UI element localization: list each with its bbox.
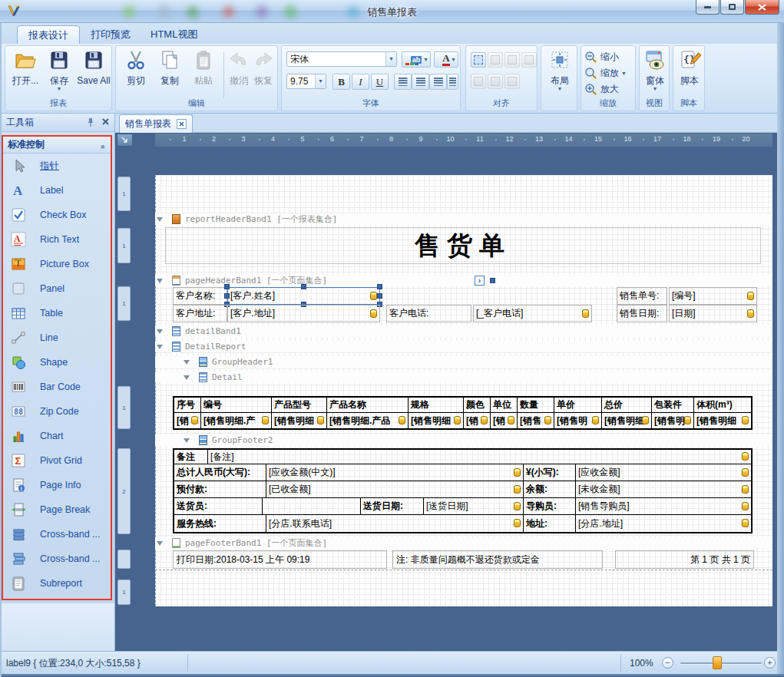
toolbox-item-panel[interactable]: Panel <box>3 276 111 301</box>
save-all-button[interactable]: Save All <box>76 48 111 104</box>
toolbox-item-table[interactable]: Table <box>3 301 111 325</box>
save-button[interactable]: 保存 ▼ <box>44 48 74 104</box>
customer-address-label[interactable]: 客户地址: <box>173 305 227 322</box>
hotline-value-cell[interactable]: [分店.联系电话] <box>266 515 524 532</box>
band-collapse-triangle-icon[interactable] <box>157 217 163 222</box>
detail-header-cell-9[interactable]: 总价 <box>602 398 652 412</box>
detail-value-cell-9[interactable]: [销售明细 <box>602 413 652 428</box>
align-center-button[interactable] <box>412 74 429 90</box>
detail-table[interactable]: 序号编号产品型号产品名称规格颜色单位数量单价总价包装件体积(m³)[销[销售明细… <box>173 396 753 430</box>
detail-header-cell-4[interactable]: 规格 <box>409 398 464 412</box>
address-value-cell[interactable]: [分店.地址] <box>576 515 751 532</box>
snap-to-grid-button[interactable] <box>471 52 486 68</box>
toolbox-close-icon[interactable] <box>101 117 110 126</box>
report-page[interactable]: reportHeaderBand1 [一个报表集合] 售货单 pageHeade… <box>155 175 772 606</box>
selection-handle[interactable] <box>301 284 306 289</box>
hotline-label-cell[interactable]: 服务热线: <box>174 515 266 532</box>
text-highlight-button[interactable]: ab ▼ <box>402 51 431 68</box>
detail-header-cell-6[interactable]: 单位 <box>491 398 518 412</box>
zoom-dropdown-button[interactable]: 缩放 ▼ <box>584 66 627 81</box>
detail-header-cell-3[interactable]: 产品名称 <box>327 398 409 412</box>
toolbox-item-label[interactable]: ALabel <box>3 178 111 203</box>
detail-value-cell-7[interactable]: [销售 <box>518 413 554 428</box>
band-group-header[interactable]: GroupHeader1 <box>155 356 772 368</box>
zoom-in-button[interactable]: 放大 <box>584 82 619 97</box>
page-info-label[interactable]: 第 1 页 共 1 页 <box>615 550 754 569</box>
detail-value-cell-4[interactable]: [销售明细 <box>409 413 464 428</box>
band-collapse-triangle-icon[interactable] <box>157 279 163 283</box>
tab-html-view[interactable]: HTML视图 <box>140 25 208 44</box>
bold-button[interactable]: B <box>332 74 350 90</box>
detail-value-cell-5[interactable]: [销 <box>464 413 491 428</box>
order-date-field[interactable]: [日期] <box>669 305 757 322</box>
italic-button[interactable]: I <box>352 74 369 90</box>
document-tab[interactable]: 销售单报表 <box>119 114 193 133</box>
note-label[interactable]: 注: 非质量问题概不退还货款或定金 <box>392 550 603 569</box>
zoom-out-slider-button[interactable]: − <box>662 657 673 669</box>
save-dropdown-arrow-icon[interactable]: ▼ <box>44 86 74 91</box>
toolbox-item-subreport[interactable]: Subreport <box>3 571 111 596</box>
layout-dropdown-arrow-icon[interactable]: ▼ <box>544 86 576 91</box>
guide-value-cell[interactable]: [销售导购员] <box>576 498 751 514</box>
maximize-button[interactable] <box>720 0 744 15</box>
customer-phone-label[interactable]: 客户电话: <box>386 305 471 322</box>
toolbox-item-picture-box[interactable]: Picture Box <box>3 252 111 276</box>
detail-header-cell-5[interactable]: 颜色 <box>464 398 491 412</box>
zoom-out-button[interactable]: 缩小 <box>584 50 619 64</box>
band-page-footer[interactable]: pageFooterBand1 [一个页面集合] <box>155 537 772 549</box>
toolbox-item-line[interactable]: Line <box>3 325 111 350</box>
pin-icon[interactable] <box>86 117 95 127</box>
detail-value-cell-10[interactable]: [销售明 <box>652 413 694 428</box>
band-detail-report[interactable]: DetailReport <box>155 341 772 352</box>
cut-button[interactable]: 剪切 <box>121 48 151 104</box>
customer-name-label[interactable]: 客户名称: <box>173 287 227 305</box>
detail-value-cell-0[interactable]: [销 <box>174 413 201 428</box>
balance-value-cell[interactable]: [未收金额] <box>576 481 751 497</box>
toolbox-item-page-break[interactable]: Page Break <box>3 497 111 522</box>
detail-header-cell-2[interactable]: 产品型号 <box>272 398 327 412</box>
toolbox-item-check-box[interactable]: Check Box <box>3 203 111 227</box>
detail-header-cell-0[interactable]: 序号 <box>174 398 201 412</box>
deliverer-label-cell[interactable]: 送货员: <box>174 498 263 514</box>
toolbox-item-zip-code[interactable]: 88Zip Code <box>3 399 111 424</box>
font-name-dropdown-icon[interactable]: ▼ <box>385 52 396 66</box>
tab-report-design[interactable]: 报表设计 <box>17 25 80 44</box>
detail-header-cell-11[interactable]: 体积(m³) <box>694 398 751 412</box>
report-title-label[interactable]: 售货单 <box>165 227 761 264</box>
align-left-button[interactable] <box>394 74 412 90</box>
band-collapse-triangle-icon[interactable] <box>184 438 190 443</box>
band-collapse-triangle-icon[interactable] <box>157 329 163 334</box>
zoom-slider-thumb[interactable] <box>713 656 722 669</box>
total-cn-label-cell[interactable]: 总计人民币(大写): <box>174 464 266 481</box>
total-num-value-cell[interactable]: [应收金额] <box>576 464 751 481</box>
form-dropdown-arrow-icon[interactable]: ▼ <box>641 86 669 91</box>
band-detail-inner[interactable]: Detail <box>155 372 772 383</box>
toolbox-section-standard-controls[interactable]: 标准控制 » <box>3 137 111 154</box>
prepaid-value-cell[interactable]: [已收金额] <box>266 481 524 497</box>
detail-value-cell-8[interactable]: [销售明 <box>554 413 602 428</box>
detail-value-cell-3[interactable]: [销售明细.产品 <box>327 413 409 428</box>
total-num-label-cell[interactable]: ¥(小写): <box>524 464 576 481</box>
order-no-label[interactable]: 销售单号: <box>617 287 667 305</box>
band-page-header[interactable]: pageHeaderBand1 [一个页面集合] <box>155 275 772 286</box>
band-detail[interactable]: detailBand1 <box>155 325 772 337</box>
align-justify-button[interactable] <box>447 74 458 90</box>
customer-address-field[interactable]: [客户.地址] <box>227 305 380 322</box>
selection-handle[interactable] <box>377 284 382 289</box>
font-name-combo[interactable]: 宋体 ▼ <box>286 51 397 67</box>
balance-label-cell[interactable]: 余额: <box>524 481 576 497</box>
delivery-date-value-cell[interactable]: [送货日期] <box>424 498 524 514</box>
order-no-field[interactable]: [编号] <box>669 287 757 305</box>
detail-header-cell-1[interactable]: 编号 <box>201 398 272 412</box>
print-date-label[interactable]: 打印日期:2018-03-15 上午 09:19 <box>173 550 387 569</box>
toolbox-item-chart[interactable]: Chart <box>3 424 111 448</box>
document-tab-close-button[interactable] <box>177 119 187 129</box>
toolbox-item-bar-code[interactable]: Bar Code <box>3 375 111 399</box>
toolbox-item-pivot-grid[interactable]: ΣPivot Grid <box>3 448 111 473</box>
font-size-combo[interactable]: 9.75 ▼ <box>286 74 326 89</box>
toolbox-item-page-info[interactable]: iPage Info <box>3 473 111 497</box>
detail-value-cell-2[interactable]: [销售明细 <box>272 413 327 428</box>
detail-header-cell-10[interactable]: 包装件 <box>652 398 694 412</box>
toolbox-item-指针[interactable]: 指针 <box>3 154 111 178</box>
detail-header-cell-7[interactable]: 数量 <box>518 398 554 412</box>
